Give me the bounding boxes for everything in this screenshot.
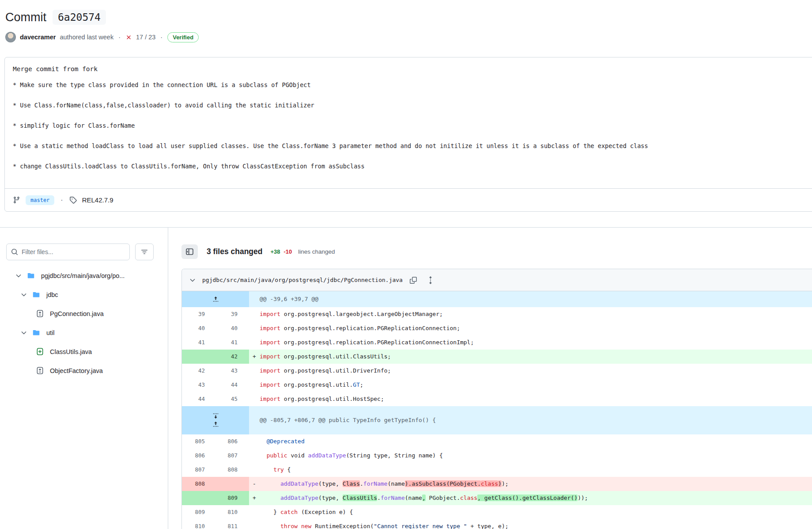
old-line-number[interactable]: 808 [182, 477, 215, 491]
tree-item-file[interactable]: ObjectFactory.java [6, 361, 168, 380]
code-token: org.postgresql.util.ClassUtils; [280, 353, 391, 360]
tree-item-label: ObjectFactory.java [50, 367, 103, 374]
new-line-number[interactable]: 40 [215, 321, 249, 335]
new-line-number[interactable]: 806 [215, 434, 249, 449]
copy-path-button[interactable] [409, 276, 418, 285]
tag-name[interactable]: REL42.7.9 [82, 196, 113, 204]
commit-hash-chip: 6a20574 [53, 10, 106, 25]
old-line-number[interactable]: 807 [182, 463, 215, 477]
collapse-file-tree-button[interactable] [181, 244, 198, 259]
hunk-header-row: @@ -805,7 +806,7 @@ public TypeInfo getT… [182, 406, 812, 434]
tree-item-folder[interactable]: util [6, 323, 168, 342]
old-line-number[interactable]: 43 [182, 378, 215, 392]
old-line-number[interactable] [182, 350, 215, 364]
old-line-number[interactable]: 41 [182, 335, 215, 350]
chevron-down-icon[interactable] [15, 272, 22, 279]
code-token: try [273, 466, 283, 473]
old-line-number[interactable] [182, 491, 215, 505]
file-diff-card: pgjdbc/src/main/java/org/postgresql/jdbc… [181, 269, 812, 529]
git-branch-icon [13, 196, 20, 204]
chevron-down-icon[interactable] [20, 291, 27, 298]
old-line-number[interactable]: 810 [182, 519, 215, 529]
expand-up-button[interactable] [208, 295, 223, 304]
expand-up-button[interactable] [208, 420, 223, 429]
new-line-number[interactable]: 42 [215, 350, 249, 364]
code-token: (Exception e) { [298, 509, 353, 515]
chevron-down-icon[interactable] [189, 277, 196, 284]
chevron-down-icon[interactable] [20, 329, 27, 336]
branch-pill[interactable]: master [26, 195, 54, 205]
diff-sign [249, 463, 260, 477]
new-line-number[interactable]: 810 [215, 505, 249, 519]
code-token: (String type, String name) { [346, 452, 443, 459]
new-line-number[interactable]: 43 [215, 364, 249, 378]
checks-failed-x-icon[interactable] [125, 34, 132, 41]
new-line-number[interactable]: 45 [215, 392, 249, 406]
old-line-number[interactable]: 44 [182, 392, 215, 406]
tree-item-file[interactable]: PgConnection.java [6, 304, 168, 323]
tree-item-file[interactable]: ClassUtils.java [6, 342, 168, 361]
new-line-number[interactable]: 808 [215, 463, 249, 477]
checks-count[interactable]: 17 / 23 [136, 34, 155, 41]
filter-button[interactable] [135, 244, 154, 260]
new-line-number[interactable]: 44 [215, 378, 249, 392]
code-token: void [287, 452, 308, 459]
diff-sign [249, 364, 260, 378]
author-name[interactable]: davecramer [20, 34, 56, 41]
tree-item-folder[interactable]: jdbc [6, 285, 168, 304]
code-line: addDataType(type, ClassUtils.forName(nam… [260, 491, 812, 505]
separator-dot: · [159, 34, 163, 41]
old-line-number[interactable]: 809 [182, 505, 215, 519]
commit-message-box: Merge commit from fork * Make sure the t… [4, 57, 812, 212]
old-line-number[interactable]: 40 [182, 321, 215, 335]
new-line-number[interactable]: 41 [215, 335, 249, 350]
search-icon [11, 248, 18, 255]
drag-file-handle[interactable] [427, 275, 434, 285]
commit-bullet: * change ClassUtils.loadClass to ClassUt… [13, 162, 812, 171]
diff-sign [249, 392, 260, 406]
code-token: import [260, 367, 280, 374]
expand-down-button[interactable] [208, 412, 223, 420]
new-line-number[interactable]: 811 [215, 519, 249, 529]
code-line: import org.postgresql.util.HostSpec; [260, 392, 812, 406]
verified-badge[interactable]: Verified [167, 32, 199, 42]
code-token: GT [353, 381, 360, 388]
filter-row [6, 244, 168, 260]
code-token: import [260, 325, 280, 331]
old-line-number[interactable]: 39 [182, 307, 215, 321]
tree-item-label: jdbc [46, 291, 58, 298]
sidebar-collapse-icon [186, 248, 193, 255]
commit-message-body: * Make sure the type class provided in t… [13, 80, 812, 171]
new-line-number[interactable]: 809 [215, 491, 249, 505]
code-line: import org.postgresql.replication.PGRepl… [260, 321, 812, 335]
diff-line-row: 4243import org.postgresql.util.DriverInf… [182, 364, 812, 378]
file-modified-icon [36, 310, 44, 317]
code-token: (name [388, 480, 405, 487]
author-row: davecramer authored last week · 17 / 23 … [5, 32, 805, 42]
code-token [260, 523, 280, 529]
page-title: Commit 6a20574 [5, 10, 805, 25]
old-line-number[interactable]: 806 [182, 449, 215, 463]
avatar[interactable] [5, 32, 16, 42]
diff-sign [249, 449, 260, 463]
code-token: . [377, 495, 381, 501]
folder-icon [32, 329, 40, 336]
filter-files-input[interactable] [22, 248, 119, 255]
new-line-number[interactable]: 39 [215, 307, 249, 321]
file-path[interactable]: pgjdbc/src/main/java/org/postgresql/jdbc… [202, 277, 403, 283]
file-tree: pgjdbc/src/main/java/org/po...jdbcPgConn… [6, 266, 168, 380]
tree-item-folder[interactable]: pgjdbc/src/main/java/org/po... [6, 266, 168, 285]
diff-line-row: 805806 @Deprecated [182, 434, 812, 449]
old-line-number[interactable]: 42 [182, 364, 215, 378]
commit-message-title: Merge commit from fork [13, 65, 812, 72]
file-diff-header: pgjdbc/src/main/java/org/postgresql/jdbc… [182, 269, 812, 291]
new-line-number[interactable]: 807 [215, 449, 249, 463]
code-token: PGobject. [426, 495, 460, 501]
filter-files-field[interactable] [6, 244, 130, 260]
code-token: + type, e); [467, 523, 509, 529]
new-line-number[interactable] [215, 477, 249, 491]
old-line-number[interactable]: 805 [182, 434, 215, 449]
code-line: public void addDataType(String type, Str… [260, 449, 812, 463]
code-token [260, 438, 267, 445]
code-token [298, 523, 301, 529]
